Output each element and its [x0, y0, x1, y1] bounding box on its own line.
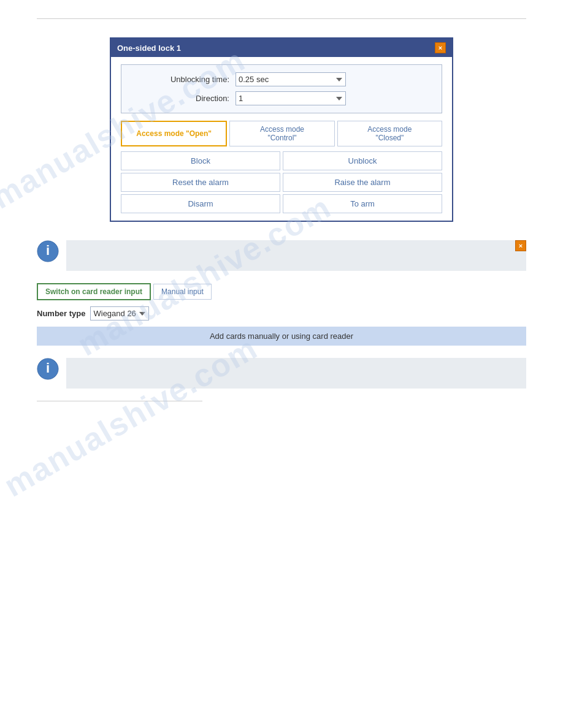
dialog-body: Unblocking time: 0.25 sec 0.5 sec 1 sec … [111, 57, 452, 221]
switch-card-reader-button[interactable]: Switch on card reader input [37, 283, 151, 300]
bottom-divider [37, 401, 202, 401]
access-mode-control-button[interactable]: Access mode"Control" [229, 121, 334, 146]
access-mode-row: Access mode "Open" Access mode"Control" … [121, 121, 442, 146]
unblocking-time-row: Unblocking time: 0.25 sec 0.5 sec 1 sec … [131, 72, 432, 86]
info-icon-2: i [37, 358, 59, 380]
info-section-2: i [37, 358, 526, 389]
number-type-row: Number type Wiegand 26 Wiegand 34 Wiegan… [37, 306, 526, 320]
block-button[interactable]: Block [121, 151, 280, 170]
number-type-label: Number type [37, 309, 85, 318]
manual-input-button[interactable]: Manual input [153, 284, 212, 300]
svg-text:i: i [46, 243, 50, 258]
raise-alarm-button[interactable]: Raise the alarm [283, 173, 442, 192]
direction-row: Direction: 1 2 [131, 91, 432, 105]
access-mode-closed-button[interactable]: Access mode"Closed" [337, 121, 442, 146]
dialog-title: One-sided lock 1 [117, 44, 181, 53]
watermark-text-3: manualshive.com [0, 329, 264, 504]
info-section-1: i [37, 240, 526, 271]
page-wrapper: manualshive.com manualshive.com manualsh… [0, 0, 563, 728]
unblocking-time-label: Unblocking time: [131, 75, 229, 84]
unblock-button[interactable]: Unblock [283, 151, 442, 170]
add-cards-bar: Add cards manually or using card reader [37, 327, 526, 346]
info-text-box-2 [66, 358, 526, 389]
dialog-title-bar: One-sided lock 1 × [111, 39, 452, 57]
card-reader-section: Switch on card reader input Manual input… [37, 283, 526, 346]
form-section: Unblocking time: 0.25 sec 0.5 sec 1 sec … [121, 64, 442, 113]
unblocking-time-select[interactable]: 0.25 sec 0.5 sec 1 sec 2 sec [236, 72, 346, 86]
direction-label: Direction: [131, 94, 229, 103]
reset-alarm-button[interactable]: Reset the alarm [121, 173, 280, 192]
top-divider [37, 18, 526, 19]
direction-select[interactable]: 1 2 [236, 91, 346, 105]
one-sided-lock-dialog: One-sided lock 1 × Unblocking time: 0.25… [110, 37, 453, 222]
svg-text:i: i [46, 360, 50, 376]
info-icon-1: i [37, 240, 59, 262]
to-arm-button[interactable]: To arm [283, 194, 442, 213]
action-buttons-grid: Block Unblock Reset the alarm Raise the … [121, 151, 442, 213]
disarm-button[interactable]: Disarm [121, 194, 280, 213]
number-type-select[interactable]: Wiegand 26 Wiegand 34 Wiegand 37 [90, 306, 149, 320]
dialog-close-button[interactable]: × [435, 42, 446, 53]
access-mode-open-button[interactable]: Access mode "Open" [121, 121, 227, 146]
card-reader-tabs: Switch on card reader input Manual input [37, 283, 526, 300]
second-dialog-close-button[interactable]: × [515, 240, 526, 251]
info-text-box-1 [66, 240, 526, 271]
